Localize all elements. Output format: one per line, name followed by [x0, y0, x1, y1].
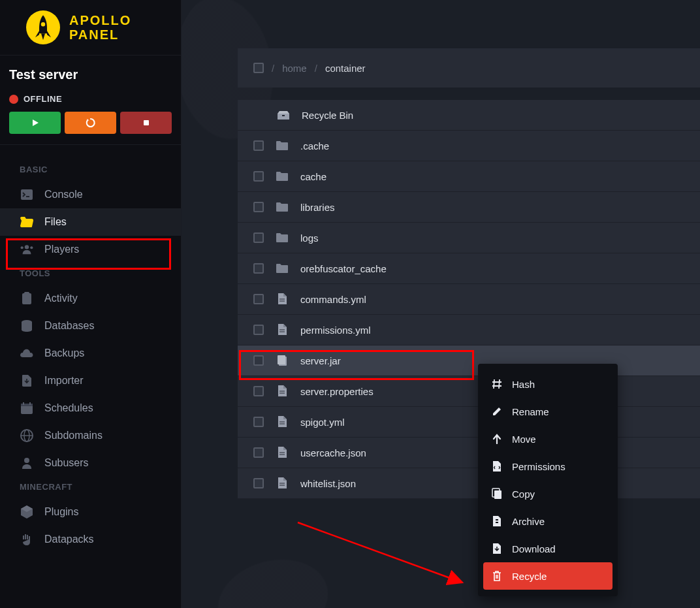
stop-icon — [142, 119, 150, 127]
file-text-icon — [276, 415, 289, 428]
trash-icon — [491, 570, 503, 582]
select-all-checkbox[interactable] — [253, 63, 264, 73]
folder-row[interactable]: libraries — [238, 192, 700, 223]
svg-rect-8 — [24, 292, 29, 295]
rocket-icon — [26, 10, 60, 44]
database-icon — [20, 319, 34, 333]
row-checkbox[interactable] — [253, 417, 264, 427]
nav-databases[interactable]: Databases — [0, 312, 181, 340]
cloud-icon — [20, 346, 34, 360]
breadcrumb-current: container — [325, 63, 366, 74]
file-download-icon — [20, 374, 34, 388]
file-row[interactable]: usercache.json — [238, 438, 700, 468]
folder-row[interactable]: .cache — [238, 131, 700, 161]
file-name: libraries — [300, 202, 335, 213]
nav-backups[interactable]: Backups — [0, 340, 181, 367]
nav-subusers[interactable]: Subusers — [0, 449, 181, 477]
stop-button[interactable] — [120, 112, 172, 134]
nav-console[interactable]: Console — [0, 181, 181, 208]
file-row[interactable]: whitelist.json — [238, 468, 700, 499]
svg-point-4 — [25, 245, 29, 249]
file-row[interactable]: spigot.yml — [238, 407, 700, 438]
row-checkbox[interactable] — [253, 171, 264, 182]
breadcrumb-home[interactable]: home — [282, 63, 307, 74]
user-icon — [20, 456, 34, 470]
ctx-label: Permissions — [512, 461, 565, 472]
nav-heading-minecraft: MINECRAFT — [0, 482, 181, 492]
nav-label: Backups — [44, 347, 84, 359]
file-name: permissions.yml — [300, 325, 371, 336]
nav-importer[interactable]: Importer — [0, 367, 181, 394]
nav-label: Schedules — [44, 402, 93, 414]
folder-icon — [276, 200, 289, 214]
nav-subdomains[interactable]: Subdomains — [0, 422, 181, 449]
background-decoration-icon — [182, 516, 372, 608]
file-name: orebfuscator_cache — [300, 263, 387, 274]
nav: BASIC Console Files Players TOOLS Activi… — [0, 145, 181, 568]
nav-plugins[interactable]: Plugins — [0, 498, 181, 526]
globe-icon — [20, 428, 34, 443]
ctx-label: Copy — [512, 488, 535, 500]
ctx-rename[interactable]: Rename — [483, 398, 612, 425]
ctx-label: Download — [512, 543, 556, 554]
folder-row[interactable]: cache — [238, 161, 700, 192]
row-checkbox[interactable] — [253, 140, 264, 151]
file-row[interactable]: commands.yml — [238, 284, 700, 315]
nav-datapacks[interactable]: Datapacks — [0, 526, 181, 553]
folder-icon — [276, 231, 289, 244]
file-name: spigot.yml — [300, 417, 345, 428]
ctx-download[interactable]: Download — [483, 535, 612, 562]
ctx-recycle[interactable]: Recycle — [483, 562, 612, 590]
row-checkbox[interactable] — [253, 478, 264, 488]
svg-rect-18 — [278, 114, 289, 120]
row-checkbox[interactable] — [253, 294, 264, 304]
nav-label: Databases — [44, 320, 95, 332]
sidebar: APOLLO PANEL Test server OFFLINE BASIC C… — [0, 0, 182, 608]
file-name: server.jar — [300, 355, 341, 366]
nav-heading-tools: TOOLS — [0, 268, 181, 278]
svg-rect-19 — [282, 115, 285, 116]
file-row[interactable]: server.properties — [238, 376, 700, 407]
restart-button[interactable] — [65, 112, 116, 134]
file-name: Recycle Bin — [302, 110, 353, 121]
nav-files[interactable]: Files — [0, 208, 181, 236]
nav-schedules[interactable]: Schedules — [0, 394, 181, 422]
file-name: whitelist.json — [300, 478, 356, 489]
file-text-icon — [276, 446, 289, 459]
row-checkbox[interactable] — [253, 386, 264, 396]
ctx-copy[interactable]: Copy — [483, 480, 612, 507]
row-checkbox[interactable] — [253, 263, 264, 274]
file-text-icon — [276, 477, 289, 490]
file-name: server.properties — [300, 386, 374, 397]
start-button[interactable] — [9, 112, 61, 134]
row-checkbox[interactable] — [253, 202, 264, 212]
ctx-move[interactable]: Move — [483, 425, 612, 453]
ctx-hash[interactable]: Hash — [483, 370, 612, 398]
nav-activity[interactable]: Activity — [0, 285, 181, 312]
row-checkbox[interactable] — [253, 232, 264, 243]
folder-row[interactable]: logs — [238, 223, 700, 253]
svg-rect-37 — [496, 522, 498, 523]
recycle-bin-row[interactable]: Recycle Bin — [238, 100, 700, 131]
row-checkbox[interactable] — [253, 355, 264, 366]
status-dot-icon — [9, 95, 18, 104]
ctx-archive[interactable]: Archive — [483, 507, 612, 535]
svg-point-17 — [24, 458, 29, 463]
ctx-permissions[interactable]: Permissions — [483, 453, 612, 480]
file-row[interactable]: permissions.yml — [238, 315, 700, 345]
file-row-selected[interactable]: server.jar — [238, 345, 700, 376]
brand-logo[interactable]: APOLLO PANEL — [0, 0, 181, 56]
svg-point-5 — [21, 246, 24, 249]
pencil-icon — [491, 406, 503, 417]
file-name: usercache.json — [300, 447, 366, 458]
cube-icon — [20, 505, 34, 519]
nav-players[interactable]: Players — [0, 236, 181, 263]
row-checkbox[interactable] — [253, 447, 264, 458]
row-checkbox[interactable] — [253, 325, 264, 335]
nav-label: Activity — [44, 293, 78, 304]
nav-heading-basic: BASIC — [0, 165, 181, 174]
file-name: cache — [300, 171, 326, 182]
file-text-icon — [276, 385, 289, 398]
clipboard-icon — [20, 291, 34, 306]
folder-row[interactable]: orebfuscator_cache — [238, 253, 700, 284]
